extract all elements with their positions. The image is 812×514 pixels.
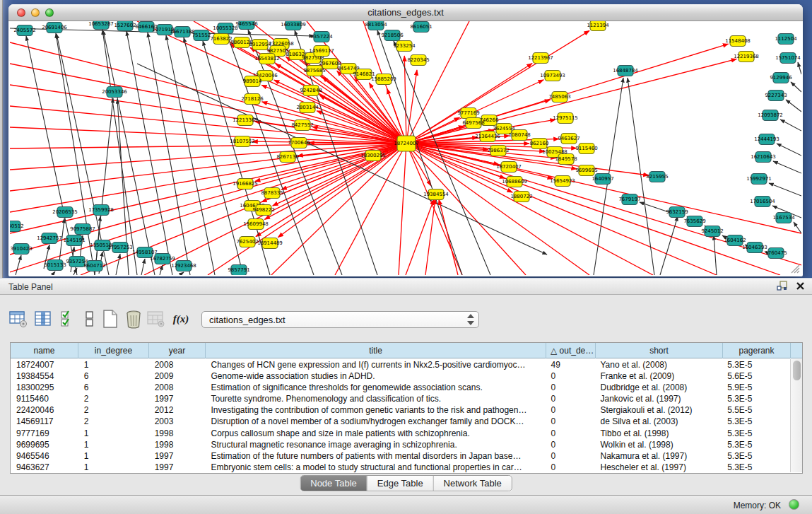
graph-node[interactable]: 17359928 <box>88 205 114 216</box>
graph-node[interactable]: 1233254 <box>393 41 416 52</box>
graph-node[interactable]: 8220345 <box>407 55 429 66</box>
graph-node[interactable]: 5015133 <box>44 260 66 271</box>
graph-node[interactable]: 7635629 <box>683 216 705 227</box>
graph-node[interactable]: 1849578 <box>555 154 577 165</box>
table-mode-button[interactable] <box>8 308 28 329</box>
graph-edge-red[interactable] <box>406 144 653 275</box>
graph-node[interactable]: 12923468 <box>171 261 196 271</box>
graph-node[interactable]: 1760475 <box>765 248 787 259</box>
graph-node[interactable]: 9115460 <box>575 144 597 154</box>
graph-node[interactable]: 9463627 <box>558 134 579 144</box>
graph-node[interactable]: 7679197 <box>618 194 640 205</box>
tab-node-table[interactable]: Node Table <box>300 476 367 491</box>
graph-node[interactable]: 8215955 <box>646 172 668 182</box>
table-row[interactable]: 969969511998Structural magnetic resonanc… <box>11 439 789 450</box>
show-column-button[interactable] <box>33 308 53 329</box>
graph-node[interactable]: 2405572 <box>13 25 35 36</box>
graph-hub-node[interactable]: 18724007 <box>394 136 419 151</box>
graph-node[interactable]: 9857791 <box>228 265 249 276</box>
graph-node[interactable]: 9632159 <box>666 207 688 218</box>
graph-node[interactable]: 10973493 <box>540 71 565 81</box>
graph-node[interactable]: 12213967 <box>528 53 553 64</box>
graph-node[interactable]: 90975887 <box>70 224 95 235</box>
table-row[interactable]: 1456911722003Disruption of a novel membe… <box>11 416 789 427</box>
graph-node[interactable]: 9245012 <box>701 226 723 237</box>
table-row[interactable]: 977716911998Corpus callosum shape and si… <box>11 428 789 439</box>
graph-edge-red[interactable] <box>255 144 406 182</box>
graph-node[interactable]: 1604162 <box>724 235 746 246</box>
graph-edge-black[interactable] <box>103 30 155 275</box>
graph-edge-black[interactable] <box>148 33 190 275</box>
graph-edge-black[interactable] <box>184 37 243 275</box>
graph-node[interactable]: 1080748 <box>508 130 530 141</box>
table-row[interactable]: 1872400712008Changes of HCN gene express… <box>11 359 789 370</box>
graph-node[interactable]: 9242848 <box>300 86 322 96</box>
graph-edge-red[interactable] <box>261 85 406 144</box>
graph-node[interactable]: 16046393 <box>742 243 767 253</box>
graph-edge-black[interactable] <box>16 255 21 275</box>
graph-node[interactable]: 20053346 <box>102 87 127 98</box>
graph-node[interactable]: 8616051 <box>410 22 432 33</box>
graph-edge-black[interactable] <box>166 35 215 275</box>
graph-node[interactable]: 20691406 <box>42 23 67 33</box>
column-header-name[interactable]: name <box>11 343 78 358</box>
graph-node[interactable]: 19166825 <box>233 179 258 189</box>
graph-edge-black[interactable] <box>394 41 490 275</box>
delete-column-button[interactable] <box>124 308 143 329</box>
graph-node[interactable]: 9227343 <box>765 90 787 101</box>
graph-edge-black[interactable] <box>798 62 801 74</box>
graph-edge-red[interactable] <box>144 144 406 275</box>
graph-node[interactable]: 1640957 <box>592 174 613 185</box>
graph-node[interactable]: 12213369 <box>233 115 258 126</box>
graph-edge-black[interactable] <box>714 235 717 275</box>
tab-network-table[interactable]: Network Table <box>433 476 512 491</box>
create-column-button[interactable] <box>100 308 120 329</box>
table-row[interactable]: 1938455462009Genome-wide association stu… <box>11 370 789 382</box>
graph-node[interactable]: 1527602 <box>114 21 136 31</box>
table-selector-dropdown[interactable]: citations_edges.txt <box>201 311 479 328</box>
function-builder-button[interactable]: f(x) <box>171 308 191 329</box>
graph-node[interactable]: 20206535 <box>52 207 78 218</box>
graph-edge-red[interactable] <box>399 144 406 275</box>
table-row[interactable]: 911546021997Tourette syndrome. Phenomeno… <box>11 393 789 404</box>
graph-node[interactable]: 9875685 <box>303 66 325 76</box>
graph-node[interactable]: 8604712 <box>83 261 105 271</box>
graph-node[interactable]: 8267130 <box>276 152 298 163</box>
graph-edge-black[interactable] <box>96 216 100 262</box>
graph-edge-red[interactable] <box>10 106 406 144</box>
scrollbar-thumb[interactable] <box>793 361 801 380</box>
graph-node[interactable]: 12942757 <box>37 233 62 244</box>
graph-edge-black[interactable] <box>791 82 801 92</box>
graph-node[interactable]: 6497568 <box>462 118 484 129</box>
graph-edge-black[interactable] <box>116 254 120 275</box>
select-columns-button[interactable] <box>58 308 78 329</box>
graph-node[interactable]: 17016504 <box>750 197 775 207</box>
graph-edge-black[interactable] <box>141 259 145 275</box>
column-header-out_de[interactable]: △ out_de… <box>546 343 596 358</box>
graph-node[interactable]: 8813054 <box>365 21 387 30</box>
graph-node[interactable]: 15751074 <box>775 53 801 64</box>
graph-node[interactable]: 16210643 <box>751 152 776 163</box>
graph-edge-black[interactable] <box>769 183 801 196</box>
graph-edge-black[interactable] <box>780 119 801 131</box>
graph-node[interactable]: 1121394 <box>587 21 609 31</box>
graph-edge-red[interactable] <box>439 199 458 275</box>
network-window-titlebar[interactable]: citations_edges.txt <box>8 4 803 21</box>
window-resize-grip[interactable] <box>790 264 800 274</box>
graph-node[interactable]: 12975115 <box>553 113 578 124</box>
graph-node[interactable]: 2803144 <box>296 103 319 113</box>
graph-node[interactable]: 9129946 <box>770 73 792 83</box>
graph-node[interactable]: 989014 <box>243 76 262 87</box>
graph-node[interactable]: 9699695 <box>575 165 597 176</box>
graph-node[interactable]: 3910423 <box>10 244 32 255</box>
graph-node[interactable]: 15992971 <box>746 174 772 185</box>
graph-node[interactable]: 12093872 <box>758 110 783 121</box>
graph-node[interactable]: 1880722 <box>510 192 532 202</box>
graph-node[interactable]: 7625402 <box>236 237 258 247</box>
table-row[interactable]: 946362711997Embryonic stem cells: a mode… <box>11 462 789 473</box>
graph-node[interactable]: 9465546 <box>235 21 258 30</box>
graph-edge-black[interactable] <box>180 272 184 275</box>
graph-node[interactable]: 16848784 <box>613 66 638 76</box>
graph-node[interactable]: 7163822 <box>210 34 232 45</box>
network-canvas[interactable]: 2405572206914061065328715276026466160107… <box>10 21 801 275</box>
